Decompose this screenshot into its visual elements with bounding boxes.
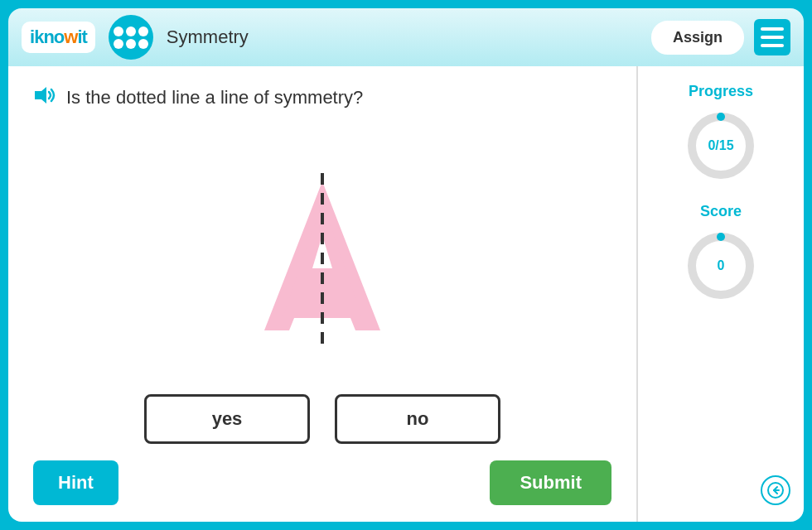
logo-area: iknowit (22, 22, 95, 53)
dot (114, 39, 123, 49)
no-button[interactable]: no (335, 394, 500, 444)
left-panel: Is the dotted line a line of symmetry? (8, 66, 638, 522)
bottom-buttons: Hint Submit (33, 460, 611, 505)
app-frame: iknowit Symmetry Assign (0, 0, 812, 530)
letter-a-svg (239, 173, 405, 347)
progress-block: Progress 0/15 (684, 83, 758, 183)
assign-button[interactable]: Assign (651, 21, 744, 55)
score-value: 0 (718, 258, 725, 273)
dot (126, 26, 136, 36)
back-button[interactable] (761, 475, 790, 505)
logo-text: iknowit (30, 26, 87, 48)
right-panel: Progress 0/15 Score 0 (638, 66, 804, 522)
hint-button[interactable]: Hint (33, 460, 118, 505)
question-area: Is the dotted line a line of symmetry? (33, 86, 611, 109)
hamburger-line (761, 44, 784, 47)
menu-button[interactable] (754, 19, 790, 55)
main-content: Is the dotted line a line of symmetry? (8, 66, 804, 522)
score-block: Score 0 (684, 203, 758, 303)
logo-box: iknowit (22, 22, 95, 53)
header-right: Assign (651, 19, 790, 55)
sound-icon[interactable] (33, 86, 56, 109)
svg-marker-0 (35, 87, 46, 104)
answer-buttons: yes no (33, 394, 611, 444)
yes-button[interactable]: yes (144, 394, 310, 444)
submit-button[interactable]: Submit (490, 460, 611, 505)
score-label: Score (700, 203, 742, 220)
hamburger-line (761, 36, 784, 39)
dot (126, 39, 136, 49)
dot (138, 39, 148, 49)
progress-circle: 0/15 (684, 108, 758, 183)
progress-label: Progress (689, 83, 753, 100)
lesson-title: Symmetry (167, 26, 638, 48)
score-circle: 0 (684, 229, 758, 303)
hamburger-line (761, 27, 784, 31)
lesson-icon (109, 15, 153, 60)
dots-grid (114, 26, 148, 49)
question-text: Is the dotted line a line of symmetry? (66, 87, 363, 108)
progress-value: 0/15 (708, 138, 733, 153)
back-icon-area (761, 475, 790, 505)
header: iknowit Symmetry Assign (8, 8, 804, 66)
letter-a-container (239, 173, 405, 347)
dot (114, 26, 123, 36)
visual-area (33, 126, 611, 394)
dot (138, 26, 148, 36)
